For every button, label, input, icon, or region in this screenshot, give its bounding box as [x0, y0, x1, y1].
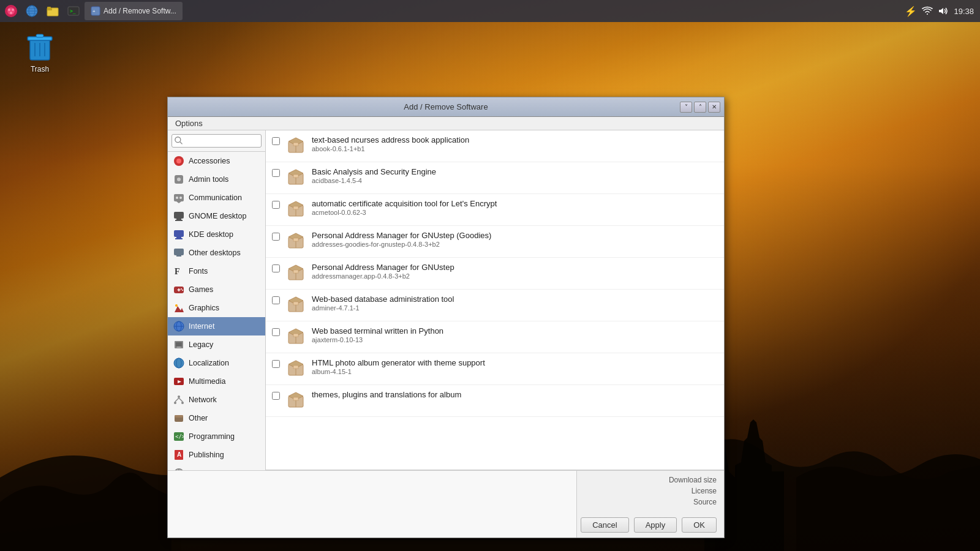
package-checkbox[interactable]	[272, 169, 280, 177]
svg-rect-36	[175, 220, 183, 221]
package-name: Personal Address Manager for GNUstep (Go…	[312, 231, 718, 240]
svg-point-33	[179, 197, 182, 199]
package-info: Web based terminal written in Pythonajax…	[312, 326, 718, 343]
svg-rect-83	[293, 174, 298, 178]
category-item-legacy[interactable]: Legacy	[168, 335, 265, 354]
package-item[interactable]: Web based terminal written in Pythonajax…	[266, 321, 724, 353]
package-name: HTML photo album generator with theme su…	[312, 358, 718, 367]
package-version: acmetool-0.0.62-3	[312, 209, 718, 216]
svg-line-63	[179, 398, 183, 402]
close-button[interactable]: ✕	[708, 102, 720, 113]
package-name: Web-based database administration tool	[312, 294, 718, 304]
maximize-button[interactable]: ˄	[694, 102, 706, 113]
package-item[interactable]: Web-based database administration toolad…	[266, 290, 724, 321]
package-item[interactable]: themes, plugins and translations for alb…	[266, 385, 724, 417]
package-checkbox[interactable]	[272, 296, 280, 304]
package-icon	[286, 167, 306, 189]
category-label-communication: Communication	[189, 193, 242, 202]
package-checkbox[interactable]	[272, 137, 280, 145]
package-item[interactable]: Personal Address Manager for GNUstepaddr…	[266, 258, 724, 290]
category-item-fonts[interactable]: FFonts	[168, 262, 265, 280]
category-item-other[interactable]: Other	[168, 409, 265, 427]
category-item-multimedia[interactable]: Multimedia	[168, 372, 265, 391]
button-row: Cancel Apply OK	[584, 517, 717, 533]
package-item[interactable]: Personal Address Manager for GNUstep (Go…	[266, 226, 724, 258]
svg-point-61	[181, 402, 184, 404]
category-item-publishing[interactable]: APublishing	[168, 446, 265, 464]
package-version: album-4.15-1	[312, 368, 718, 375]
source-label: Source	[584, 498, 717, 506]
network-icon	[173, 394, 185, 406]
bluetooth-icon: ⚡	[905, 6, 917, 17]
package-name: Basic Analysis and Security Engine	[312, 167, 718, 176]
package-info: automatic certificate acquisition tool f…	[312, 199, 718, 216]
package-item[interactable]: text-based ncurses address book applicat…	[266, 130, 724, 162]
svg-point-48	[175, 304, 178, 307]
category-item-programming[interactable]: </>Programming	[168, 427, 265, 446]
minimize-button[interactable]: ˅	[680, 102, 692, 113]
admin-tools-icon	[173, 173, 185, 186]
file-manager-icon[interactable]	[43, 1, 62, 21]
category-item-accessories[interactable]: Accessories	[168, 152, 265, 170]
search-input[interactable]	[183, 137, 258, 146]
category-item-gnome-desktop[interactable]: GNOME desktop	[168, 207, 265, 225]
kde-desktop-icon	[173, 228, 185, 241]
svg-point-29	[177, 178, 181, 181]
category-item-localization[interactable]: Localization	[168, 354, 265, 372]
category-item-internet[interactable]: Internet	[168, 317, 265, 335]
svg-text:</>: </>	[175, 433, 185, 440]
package-icon	[286, 135, 306, 157]
package-list: text-based ncurses address book applicat…	[266, 130, 724, 470]
ok-button[interactable]: OK	[682, 517, 717, 533]
main-content: AccessoriesAdmin toolsCommunicationGNOME…	[168, 130, 724, 470]
package-info: Web-based database administration toolad…	[312, 294, 718, 312]
category-label-publishing: Publishing	[189, 451, 224, 459]
wifi-icon	[922, 6, 933, 16]
trash-desktop-icon[interactable]: Trash	[18, 31, 61, 73]
active-app-label: Add / Remove Softw...	[104, 7, 176, 15]
category-item-admin-tools[interactable]: Admin tools	[168, 170, 265, 189]
package-version: addresses-goodies-for-gnustep-0.4.8-3+b2	[312, 241, 718, 248]
clock: 19:38	[954, 7, 974, 16]
package-info: themes, plugins and translations for alb…	[312, 390, 718, 399]
package-icon	[286, 231, 306, 252]
category-item-other-desktops[interactable]: Other desktops	[168, 244, 265, 262]
category-panel: AccessoriesAdmin toolsCommunicationGNOME…	[168, 130, 266, 470]
package-checkbox[interactable]	[272, 360, 280, 368]
category-item-games[interactable]: Games	[168, 280, 265, 299]
package-icon	[286, 263, 306, 284]
terminal-icon[interactable]: >_	[64, 1, 83, 21]
options-menu[interactable]: Options	[173, 118, 205, 129]
package-checkbox[interactable]	[272, 264, 280, 272]
svg-rect-91	[293, 238, 298, 241]
category-item-communication[interactable]: Communication	[168, 189, 265, 207]
raspberry-pi-menu-icon[interactable]	[1, 1, 21, 21]
package-checkbox[interactable]	[272, 328, 280, 336]
graphics-icon	[173, 302, 185, 314]
volume-icon	[938, 6, 949, 16]
svg-rect-34	[174, 212, 184, 219]
package-item[interactable]: HTML photo album generator with theme su…	[266, 353, 724, 385]
category-item-graphics[interactable]: Graphics	[168, 299, 265, 317]
package-version: abook-0.6.1-1+b1	[312, 145, 718, 152]
package-icon	[286, 326, 306, 348]
package-checkbox[interactable]	[272, 233, 280, 241]
package-checkbox[interactable]	[272, 392, 280, 400]
package-checkbox[interactable]	[272, 201, 280, 209]
other-icon	[173, 412, 185, 424]
svg-rect-87	[293, 206, 298, 209]
svg-rect-38	[176, 237, 181, 238]
category-item-kde-desktop[interactable]: KDE desktop	[168, 225, 265, 244]
cancel-button[interactable]: Cancel	[581, 517, 628, 533]
category-label-network: Network	[189, 395, 217, 404]
svg-rect-54	[177, 347, 181, 348]
apply-button[interactable]: Apply	[634, 517, 677, 533]
globe-icon[interactable]	[22, 1, 42, 21]
svg-point-3	[12, 9, 14, 11]
package-item[interactable]: Basic Analysis and Security Engineacidba…	[266, 162, 724, 194]
package-item[interactable]: automatic certificate acquisition tool f…	[266, 194, 724, 226]
category-item-network[interactable]: Network	[168, 391, 265, 409]
svg-line-62	[175, 398, 179, 402]
category-item-system[interactable]: System	[168, 464, 265, 470]
active-app-button[interactable]: + Add / Remove Softw...	[85, 2, 183, 20]
